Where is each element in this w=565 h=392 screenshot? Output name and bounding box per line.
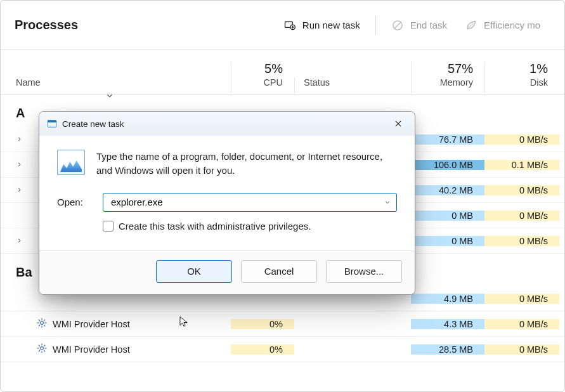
toolbar-separator — [375, 16, 376, 35]
column-memory-label: Memory — [440, 77, 473, 88]
open-input[interactable] — [110, 196, 384, 208]
disk-cell: 0 MB/s — [484, 344, 559, 355]
leaf-icon — [465, 19, 477, 32]
column-name[interactable]: Name — [1, 77, 231, 94]
open-row: Open: — [57, 193, 397, 212]
svg-point-7 — [41, 322, 44, 325]
run-new-task-label: Run new task — [302, 20, 360, 30]
cpu-percent: 5% — [231, 62, 283, 76]
memory-cell: 0 MB — [411, 236, 484, 246]
run-task-icon — [283, 19, 296, 32]
disk-cell: 0 MB/s — [484, 134, 559, 145]
memory-cell: 28.5 MB — [411, 344, 484, 355]
disk-cell: 0 MB/s — [484, 294, 559, 304]
table-row[interactable]: WMI Provider Host 0% 28.5 MB 0 MB/s — [1, 337, 564, 362]
process-name-cell: WMI Provider Host — [1, 343, 231, 356]
expand-icon[interactable] — [16, 160, 25, 170]
gear-icon — [36, 343, 48, 356]
end-task-label: End task — [410, 20, 447, 30]
process-name-cell: WMI Provider Host — [1, 317, 231, 330]
end-task-button: End task — [382, 14, 456, 37]
disk-cell: 0 MB/s — [484, 319, 559, 329]
column-cpu[interactable]: 5% CPU — [231, 62, 294, 94]
svg-line-14 — [39, 325, 40, 326]
ok-label: OK — [187, 266, 201, 277]
column-cpu-label: CPU — [263, 77, 283, 88]
cancel-label: Cancel — [264, 266, 294, 277]
column-disk-label: Disk — [530, 77, 548, 88]
toolbar-actions: Run new task End task Efficiency mo — [275, 14, 549, 37]
memory-cell: 40.2 MB — [411, 185, 484, 195]
process-name: WMI Provider Host — [53, 344, 130, 355]
admin-checkbox[interactable] — [103, 221, 114, 232]
column-name-label: Name — [16, 77, 41, 88]
table-row[interactable]: WMI Provider Host 0% 4.3 MB 0 MB/s — [1, 311, 564, 337]
close-button[interactable] — [389, 115, 407, 133]
svg-line-12 — [39, 320, 40, 321]
cpu-cell: 0% — [231, 344, 294, 355]
expand-icon[interactable] — [16, 236, 25, 246]
dialog-description-row: Type the name of a program, folder, docu… — [57, 150, 397, 178]
dialog-title: Create new task — [62, 119, 124, 129]
dialog-description: Type the name of a program, folder, docu… — [96, 150, 397, 178]
disk-cell: 0 MB/s — [484, 185, 559, 195]
column-disk[interactable]: 1% Disk — [484, 62, 559, 94]
process-name: WMI Provider Host — [53, 319, 130, 329]
window-icon — [47, 119, 57, 129]
svg-line-24 — [44, 345, 45, 346]
expand-icon[interactable] — [16, 185, 25, 195]
disk-percent: 1% — [485, 62, 548, 76]
run-icon — [57, 150, 85, 175]
close-icon — [394, 119, 403, 128]
page-title: Processes — [15, 18, 230, 32]
toolbar: Processes Run new task End task — [1, 1, 564, 50]
disk-cell: 0 MB/s — [484, 211, 559, 221]
gear-icon — [36, 317, 48, 330]
admin-checkbox-row[interactable]: Create this task with administrative pri… — [103, 221, 397, 232]
svg-line-13 — [44, 325, 45, 326]
run-new-task-button[interactable]: Run new task — [275, 14, 369, 37]
column-headers: Name 5% CPU Status 57% Memory 1% Disk — [1, 50, 564, 95]
svg-line-22 — [44, 350, 45, 351]
svg-rect-1 — [285, 22, 292, 23]
svg-line-6 — [394, 22, 400, 28]
svg-point-16 — [41, 347, 44, 350]
memory-percent: 57% — [412, 62, 473, 76]
chevron-down-icon — [384, 199, 391, 206]
efficiency-mode-button: Efficiency mo — [456, 14, 549, 37]
efficiency-mode-label: Efficiency mo — [484, 20, 540, 30]
svg-rect-26 — [48, 121, 56, 122]
ok-button[interactable]: OK — [156, 260, 232, 283]
disk-cell: 0 MB/s — [484, 236, 559, 246]
admin-checkbox-label: Create this task with administrative pri… — [119, 221, 311, 232]
dialog-body: Type the name of a program, folder, docu… — [39, 136, 415, 251]
svg-line-23 — [39, 350, 40, 351]
column-status-label: Status — [304, 77, 330, 88]
expand-icon[interactable] — [16, 134, 25, 145]
column-memory[interactable]: 57% Memory — [411, 62, 484, 94]
dialog-button-row: OK Cancel Browse... — [39, 251, 415, 294]
memory-cell: 0 MB — [411, 211, 484, 221]
memory-cell: 76.7 MB — [411, 134, 484, 145]
cancel-button[interactable]: Cancel — [241, 260, 317, 283]
disk-cell: 0.1 MB/s — [484, 160, 559, 170]
memory-cell: 106.0 MB — [411, 160, 484, 170]
browse-label: Browse... — [344, 266, 384, 277]
cpu-cell: 0% — [231, 319, 294, 329]
chevron-down-icon — [105, 91, 114, 100]
browse-button[interactable]: Browse... — [326, 260, 402, 283]
memory-cell: 4.9 MB — [411, 294, 484, 304]
memory-cell: 4.3 MB — [411, 319, 484, 329]
svg-line-15 — [44, 320, 45, 321]
svg-line-21 — [39, 345, 40, 346]
column-status[interactable]: Status — [294, 77, 411, 94]
end-task-icon — [391, 19, 404, 32]
open-label: Open: — [57, 197, 93, 207]
open-combobox[interactable] — [103, 193, 397, 212]
create-task-dialog: Create new task Type the name of a progr… — [39, 111, 415, 295]
dialog-titlebar: Create new task — [39, 112, 415, 136]
